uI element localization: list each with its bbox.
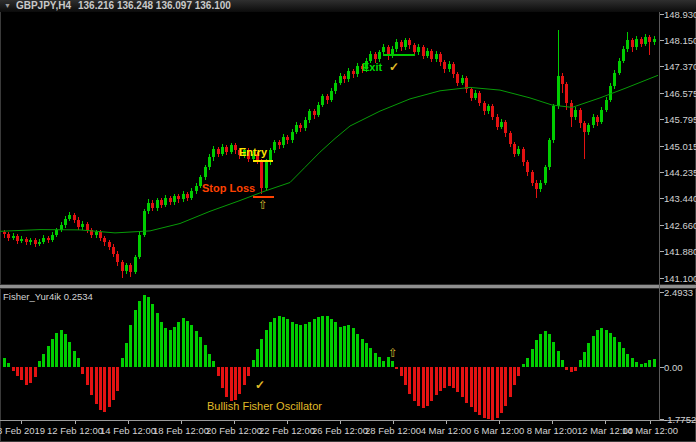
candle [531,172,534,182]
panel-separator-edge[interactable] [0,284,696,285]
mt4-chart-window: ▼ GBPJPY,H4 136.216 136.248 136.097 136.… [0,0,696,442]
candle [313,111,316,114]
oscillator-bar [474,367,477,412]
price-axis-label: 145.795 [664,114,696,125]
candle [487,106,490,111]
candle [470,89,473,97]
oscillator-bar [121,358,124,367]
candle [596,117,599,122]
candle [103,238,106,242]
oscillator-bar [73,351,76,367]
time-axis-label[interactable]: 14 Feb 12:00 [100,425,156,436]
time-axis-label[interactable]: 12 Feb 12:00 [47,425,103,436]
candle [448,64,451,69]
oscillator-bar [151,304,154,367]
time-axis-label[interactable]: 4 Mar 12:00 [421,425,472,436]
candle [299,125,302,128]
candle [574,110,577,117]
time-axis-label[interactable]: 8 Feb 2019 [0,425,45,436]
oscillator-bar [330,319,333,367]
time-axis-label[interactable]: 6 Mar 12:00 [474,425,525,436]
oscillator-bar [483,367,486,418]
oscillator-bar [95,367,98,404]
oscillator-bar [631,358,634,367]
oscillator-bar [369,348,372,367]
price-axis-label: 141.100 [664,273,696,284]
oscillator-bar [199,337,202,367]
oscillator-bar [626,354,629,367]
oscillator-bar [430,367,433,401]
oscillator-bar [635,362,638,367]
candle [147,203,150,211]
oscillator-bar [504,367,507,406]
candle [308,111,311,119]
candle [38,242,41,245]
candle [169,198,172,202]
oscillator-bar [513,367,516,385]
oscillator-bar [68,342,71,367]
time-axis-label[interactable]: 26 Feb 12:00 [312,425,368,436]
oscillator-bar [230,367,233,401]
oscillator-bar [20,367,23,380]
time-axis-label[interactable]: 20 Feb 12:00 [206,425,262,436]
oscillator-bar [269,322,272,367]
oscillator-bar [143,295,146,367]
candle [156,200,159,207]
candle [55,230,58,235]
oscillator-bar [456,367,459,392]
candle [12,236,15,239]
oscillator-bar [234,367,237,400]
candle [151,203,154,208]
oscillator-bar [391,361,394,367]
candle [230,145,233,152]
candle [208,157,211,167]
oscillator-bar [304,324,307,367]
oscillator-bar [81,367,84,374]
time-axis-label[interactable]: 28 Feb 12:00 [365,425,421,436]
candle [631,40,634,47]
time-axis-label[interactable]: 18 Feb 12:00 [153,425,209,436]
oscillator-bar [3,358,6,367]
price-axis-label: 148.930 [664,9,696,20]
oscillator-bar [448,367,451,386]
candle [635,39,638,47]
candle [99,232,102,238]
oscillator-bar [190,325,193,367]
candle [3,232,6,235]
chart-canvas[interactable]: 148.930148.150147.370146.575145.795145.0… [0,0,696,442]
candle [653,39,656,42]
oscillator-bar [265,330,268,367]
exit-checkmark: ✓ [389,60,399,74]
oscillator-bar [417,367,420,406]
candle [295,125,298,132]
candle [51,235,54,240]
oscillator-bar [112,367,115,400]
panel-separator-edge[interactable] [0,288,696,289]
time-axis-label[interactable]: 22 Feb 12:00 [259,425,315,436]
oscillator-axis-label: -1.7752 [664,414,696,425]
candle [378,52,381,59]
time-axis-label[interactable]: 8 Mar 12:00 [527,425,578,436]
panel-separator[interactable] [0,285,696,288]
oscillator-bar [452,367,455,388]
oscillator-bar [478,367,481,415]
oscillator-bar [16,367,19,376]
oscillator-bar [138,301,141,367]
candle [456,74,459,82]
candle [404,40,407,47]
oscillator-bar [531,349,534,367]
candle [609,86,612,100]
oscillator-axis-label: 0.00 [664,362,683,373]
candle [212,149,215,157]
time-axis-label[interactable]: 14 Mar 12:00 [622,425,678,436]
candle [570,103,573,117]
candle [413,45,416,52]
exit-label: Exit [362,61,383,73]
candle [626,40,629,48]
candle [522,149,525,163]
oscillator-bar [260,339,263,367]
candle [417,47,420,52]
oscillator-bar [491,367,494,420]
oscillator-bar [347,325,350,367]
oscillator-bar [12,367,15,371]
